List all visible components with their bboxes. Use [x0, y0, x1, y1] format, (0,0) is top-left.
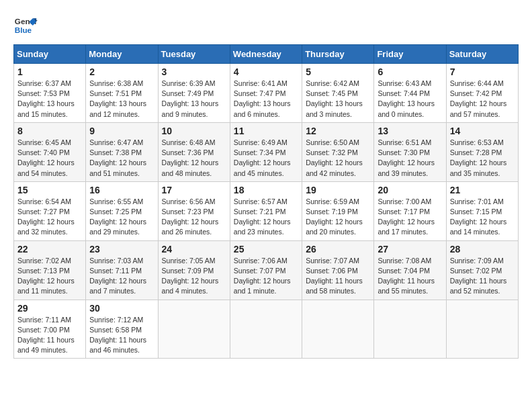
day-number: 19: [306, 185, 370, 195]
weekday-header: Wednesday: [230, 45, 302, 64]
day-info: Sunrise: 6:53 AMSunset: 7:28 PMDaylight:…: [450, 138, 507, 177]
day-number: 25: [234, 244, 298, 255]
calendar-day-cell: 23 Sunrise: 7:03 AMSunset: 7:11 PMDaylig…: [86, 240, 158, 300]
calendar-day-cell: 30 Sunrise: 7:12 AMSunset: 6:58 PMDaylig…: [86, 300, 158, 359]
day-info: Sunrise: 6:44 AMSunset: 7:42 PMDaylight:…: [450, 79, 507, 118]
weekday-header: Friday: [374, 45, 446, 64]
calendar-day-cell: 12 Sunrise: 6:50 AMSunset: 7:32 PMDaylig…: [302, 122, 374, 181]
day-number: 22: [17, 244, 82, 255]
day-info: Sunrise: 6:59 AMSunset: 7:19 PMDaylight:…: [306, 197, 363, 236]
calendar-day-cell: [230, 300, 302, 359]
svg-text:Blue: Blue: [15, 26, 32, 34]
calendar-day-cell: 22 Sunrise: 7:02 AMSunset: 7:13 PMDaylig…: [14, 240, 86, 300]
calendar-week-row: 22 Sunrise: 7:02 AMSunset: 7:13 PMDaylig…: [14, 240, 519, 300]
calendar-day-cell: 16 Sunrise: 6:55 AMSunset: 7:25 PMDaylig…: [86, 181, 158, 240]
day-number: 1: [17, 66, 82, 77]
day-info: Sunrise: 6:39 AMSunset: 7:49 PMDaylight:…: [162, 79, 219, 118]
day-info: Sunrise: 7:02 AMSunset: 7:13 PMDaylight:…: [17, 257, 75, 295]
day-number: 20: [378, 185, 442, 195]
calendar-day-cell: 20 Sunrise: 7:00 AMSunset: 7:17 PMDaylig…: [374, 181, 446, 240]
day-number: 5: [306, 66, 370, 77]
day-number: 9: [89, 126, 154, 136]
calendar-day-cell: 17 Sunrise: 6:56 AMSunset: 7:23 PMDaylig…: [158, 181, 230, 240]
day-number: 15: [17, 185, 82, 195]
day-info: Sunrise: 6:45 AMSunset: 7:40 PMDaylight:…: [17, 138, 75, 177]
calendar-week-row: 29 Sunrise: 7:11 AMSunset: 7:00 PMDaylig…: [14, 300, 519, 359]
day-info: Sunrise: 6:38 AMSunset: 7:51 PMDaylight:…: [89, 79, 146, 118]
day-number: 14: [450, 126, 515, 136]
day-number: 28: [450, 244, 515, 255]
day-info: Sunrise: 6:49 AMSunset: 7:34 PMDaylight:…: [234, 138, 291, 177]
calendar-day-cell: 15 Sunrise: 6:54 AMSunset: 7:27 PMDaylig…: [14, 181, 86, 240]
day-info: Sunrise: 6:47 AMSunset: 7:38 PMDaylight:…: [89, 138, 146, 177]
calendar-day-cell: 3 Sunrise: 6:39 AMSunset: 7:49 PMDayligh…: [158, 64, 230, 123]
day-info: Sunrise: 7:12 AMSunset: 6:58 PMDaylight:…: [89, 316, 146, 355]
calendar-day-cell: [158, 300, 230, 359]
calendar-table: SundayMondayTuesdayWednesdayThursdayFrid…: [13, 44, 519, 359]
day-number: 2: [89, 66, 154, 77]
day-number: 3: [162, 66, 226, 77]
day-info: Sunrise: 7:00 AMSunset: 7:17 PMDaylight:…: [378, 197, 435, 236]
day-info: Sunrise: 6:43 AMSunset: 7:44 PMDaylight:…: [378, 79, 435, 118]
day-number: 13: [378, 126, 442, 136]
day-info: Sunrise: 6:42 AMSunset: 7:45 PMDaylight:…: [306, 79, 363, 118]
calendar-day-cell: [302, 300, 374, 359]
calendar-day-cell: 5 Sunrise: 6:42 AMSunset: 7:45 PMDayligh…: [302, 64, 374, 123]
day-info: Sunrise: 7:09 AMSunset: 7:02 PMDaylight:…: [450, 257, 507, 295]
calendar-day-cell: 29 Sunrise: 7:11 AMSunset: 7:00 PMDaylig…: [14, 300, 86, 359]
weekday-header: Tuesday: [158, 45, 230, 64]
calendar-day-cell: 4 Sunrise: 6:41 AMSunset: 7:47 PMDayligh…: [230, 64, 302, 123]
calendar-day-cell: [446, 300, 518, 359]
calendar-day-cell: 27 Sunrise: 7:08 AMSunset: 7:04 PMDaylig…: [374, 240, 446, 300]
logo-icon: General Blue: [13, 13, 38, 38]
day-info: Sunrise: 6:48 AMSunset: 7:36 PMDaylight:…: [162, 138, 219, 177]
day-number: 10: [162, 126, 226, 136]
day-info: Sunrise: 6:41 AMSunset: 7:47 PMDaylight:…: [234, 79, 291, 118]
day-number: 24: [162, 244, 226, 255]
day-number: 6: [378, 66, 442, 77]
day-number: 27: [378, 244, 442, 255]
day-number: 30: [89, 303, 154, 314]
calendar-day-cell: 7 Sunrise: 6:44 AMSunset: 7:42 PMDayligh…: [446, 64, 518, 123]
calendar-day-cell: 6 Sunrise: 6:43 AMSunset: 7:44 PMDayligh…: [374, 64, 446, 123]
calendar-day-cell: 19 Sunrise: 6:59 AMSunset: 7:19 PMDaylig…: [302, 181, 374, 240]
calendar-day-cell: 14 Sunrise: 6:53 AMSunset: 7:28 PMDaylig…: [446, 122, 518, 181]
day-number: 11: [234, 126, 298, 136]
day-number: 12: [306, 126, 370, 136]
logo: General Blue: [13, 13, 38, 38]
calendar-day-cell: 28 Sunrise: 7:09 AMSunset: 7:02 PMDaylig…: [446, 240, 518, 300]
calendar-week-row: 8 Sunrise: 6:45 AMSunset: 7:40 PMDayligh…: [14, 122, 519, 181]
weekday-header: Saturday: [446, 45, 518, 64]
calendar-day-cell: 26 Sunrise: 7:07 AMSunset: 7:06 PMDaylig…: [302, 240, 374, 300]
weekday-header: Thursday: [302, 45, 374, 64]
calendar-week-row: 15 Sunrise: 6:54 AMSunset: 7:27 PMDaylig…: [14, 181, 519, 240]
calendar-day-cell: 9 Sunrise: 6:47 AMSunset: 7:38 PMDayligh…: [86, 122, 158, 181]
day-info: Sunrise: 6:55 AMSunset: 7:25 PMDaylight:…: [89, 197, 146, 236]
day-info: Sunrise: 6:57 AMSunset: 7:21 PMDaylight:…: [234, 197, 291, 236]
weekday-header: Monday: [86, 45, 158, 64]
day-info: Sunrise: 7:05 AMSunset: 7:09 PMDaylight:…: [162, 257, 219, 295]
calendar-day-cell: 10 Sunrise: 6:48 AMSunset: 7:36 PMDaylig…: [158, 122, 230, 181]
calendar-day-cell: 24 Sunrise: 7:05 AMSunset: 7:09 PMDaylig…: [158, 240, 230, 300]
day-number: 4: [234, 66, 298, 77]
calendar-day-cell: [374, 300, 446, 359]
day-number: 26: [306, 244, 370, 255]
day-info: Sunrise: 7:01 AMSunset: 7:15 PMDaylight:…: [450, 197, 507, 236]
day-number: 18: [234, 185, 298, 195]
day-info: Sunrise: 7:03 AMSunset: 7:11 PMDaylight:…: [89, 257, 146, 295]
day-number: 23: [89, 244, 154, 255]
calendar-day-cell: 25 Sunrise: 7:06 AMSunset: 7:07 PMDaylig…: [230, 240, 302, 300]
day-info: Sunrise: 6:51 AMSunset: 7:30 PMDaylight:…: [378, 138, 435, 177]
weekday-header-row: SundayMondayTuesdayWednesdayThursdayFrid…: [14, 45, 519, 64]
day-number: 17: [162, 185, 226, 195]
day-info: Sunrise: 6:54 AMSunset: 7:27 PMDaylight:…: [17, 197, 75, 236]
calendar-day-cell: 18 Sunrise: 6:57 AMSunset: 7:21 PMDaylig…: [230, 181, 302, 240]
calendar-week-row: 1 Sunrise: 6:37 AMSunset: 7:53 PMDayligh…: [14, 64, 519, 123]
day-info: Sunrise: 7:07 AMSunset: 7:06 PMDaylight:…: [306, 257, 363, 295]
weekday-header: Sunday: [14, 45, 86, 64]
calendar-day-cell: 11 Sunrise: 6:49 AMSunset: 7:34 PMDaylig…: [230, 122, 302, 181]
day-info: Sunrise: 7:11 AMSunset: 7:00 PMDaylight:…: [17, 316, 75, 355]
day-info: Sunrise: 7:06 AMSunset: 7:07 PMDaylight:…: [234, 257, 291, 295]
calendar-day-cell: 13 Sunrise: 6:51 AMSunset: 7:30 PMDaylig…: [374, 122, 446, 181]
calendar-day-cell: 2 Sunrise: 6:38 AMSunset: 7:51 PMDayligh…: [86, 64, 158, 123]
